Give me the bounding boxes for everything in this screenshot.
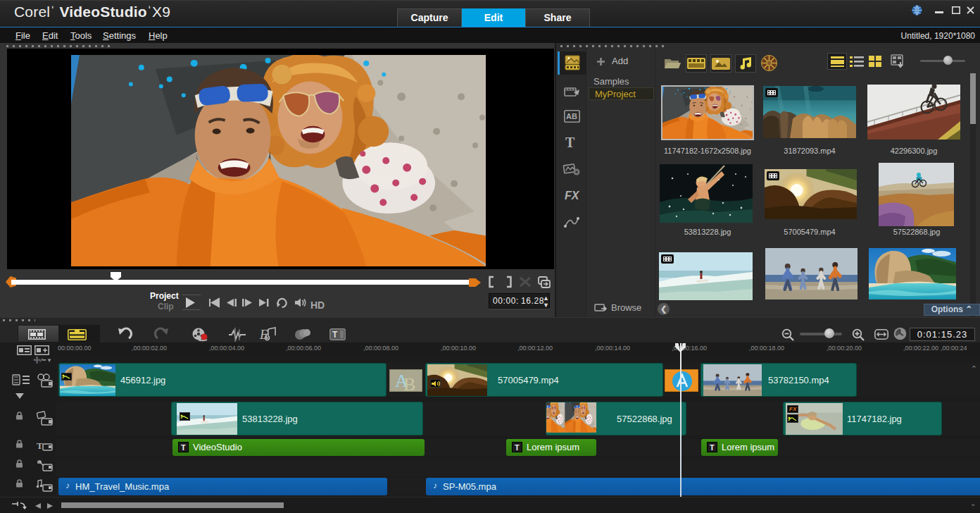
svg-text:AB: AB	[566, 112, 577, 120]
svg-text:FX: FX	[565, 190, 580, 202]
svg-text:T: T	[565, 135, 575, 150]
svg-text:B: B	[403, 374, 415, 392]
svg-text:T: T	[37, 440, 43, 451]
svg-text:T: T	[332, 330, 338, 340]
